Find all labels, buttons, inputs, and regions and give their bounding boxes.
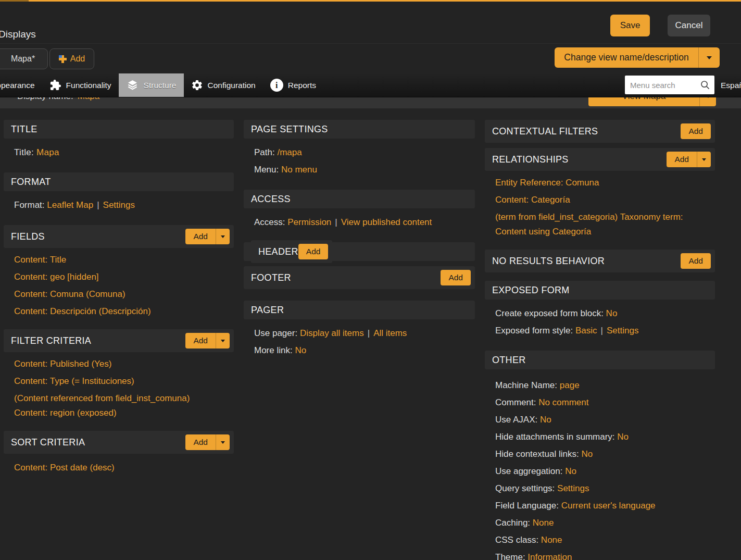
menu-search-input[interactable] (625, 81, 700, 90)
add-button-header[interactable]: Add (298, 244, 329, 259)
setting-link[interactable]: No (295, 345, 306, 355)
add-button-no-results-behavior[interactable]: Add (681, 253, 711, 269)
setting-link[interactable]: Settings (103, 200, 135, 210)
handler-link[interactable]: (term from field_inst_categoria) Taxonom… (495, 212, 683, 237)
add-display-button[interactable]: Add (49, 48, 94, 69)
add-button-filter-criteria[interactable]: Add (185, 333, 230, 349)
setting-link[interactable]: Leaflet Map (47, 200, 93, 210)
section-header-sort-criteria: SORT CRITERIAAdd (4, 431, 234, 454)
handler-link[interactable]: Content: Post date (desc) (14, 463, 115, 472)
setting-link[interactable]: All items (373, 328, 407, 338)
setting-link[interactable]: No comment (538, 397, 588, 407)
handler-link[interactable]: Content: Published (Yes) (14, 359, 111, 369)
menu-search-box (625, 76, 714, 94)
add-button-fields[interactable]: Add (185, 229, 230, 244)
section-body-sort-criteria: Content: Post date (desc) (4, 454, 234, 480)
setting-link[interactable]: No (617, 432, 629, 442)
add-button-sort-criteria[interactable]: Add (185, 434, 230, 450)
toolbar-tab-configuration[interactable]: Configuration (184, 73, 263, 97)
setting-link[interactable]: Permission (287, 217, 331, 227)
section-header-other: OTHER (485, 351, 715, 369)
section-title: CONTEXTUAL FILTERS (492, 126, 598, 137)
save-button[interactable]: Save (610, 15, 650, 36)
add-button-contextual-filters[interactable]: Add (681, 123, 711, 139)
setting-link[interactable]: Basic (575, 326, 597, 335)
setting-row: Create exposed form block: No (495, 305, 705, 322)
toolbar-tab-label: Structure (144, 81, 177, 90)
add-button-relationships[interactable]: Add (667, 152, 711, 167)
toolbar-tab-functionality[interactable]: Functionality (42, 73, 119, 97)
toolbar-tab-reports[interactable]: iReports (263, 73, 323, 97)
display-tab-mapa[interactable]: Mapa* (0, 48, 48, 69)
add-dropdown-toggle-fields[interactable] (216, 229, 230, 244)
handler-link[interactable]: Content: Title (14, 255, 66, 265)
setting-link[interactable]: Information (528, 552, 572, 560)
setting-link[interactable]: No (565, 466, 576, 476)
section-header-header: HEADERAdd (251, 240, 332, 263)
setting-link[interactable]: No (540, 415, 551, 425)
top-accent-strip (0, 0, 741, 2)
setting-link[interactable]: page (560, 380, 580, 390)
search-icon (700, 80, 710, 90)
section-filter-criteria: FILTER CRITERIAAddContent: Published (Ye… (4, 329, 234, 426)
setting-link[interactable]: No (581, 449, 593, 459)
handler-link[interactable]: Content: Descripción (Descripción) (14, 306, 151, 316)
setting-link[interactable]: No menu (281, 165, 317, 175)
info-icon: i (270, 79, 283, 92)
section-no-results-behavior: NO RESULTS BEHAVIORAdd (485, 250, 715, 272)
section-body-access: Access: Permission|View published conten… (244, 208, 475, 237)
handler-link[interactable]: Content: Comuna (Comuna) (14, 289, 125, 299)
setting-link[interactable]: Settings (557, 483, 589, 493)
handler-row: Content: Categoría (495, 191, 705, 208)
setting-label: Title: (14, 147, 36, 157)
setting-link[interactable]: None (533, 518, 554, 528)
handler-link[interactable]: Content: geo [hidden] (14, 272, 99, 282)
setting-link[interactable]: View published content (341, 217, 432, 227)
setting-label: CSS class: (495, 535, 541, 545)
section-body-fields: Content: TitleContent: geo [hidden]Conte… (4, 248, 234, 324)
add-dropdown-toggle-filter-criteria[interactable] (216, 333, 230, 349)
setting-link[interactable]: /mapa (277, 147, 302, 157)
chevron-down-icon (221, 441, 225, 444)
setting-row: Use aggregation: No (495, 463, 705, 480)
settings-column-1: PAGE SETTINGSPath: /mapaMenu: No menuACC… (244, 120, 475, 560)
cancel-button[interactable]: Cancel (668, 15, 710, 36)
section-header-page-settings: PAGE SETTINGS (244, 120, 475, 139)
section-title: FIELDS (11, 231, 45, 242)
language-switcher[interactable]: Español (721, 73, 741, 97)
toolbar-tab-label: Appearance (0, 81, 35, 90)
chevron-down-icon (702, 158, 706, 161)
setting-link[interactable]: Settings (607, 326, 638, 335)
handler-row: Content: Post date (desc) (14, 459, 223, 476)
setting-link[interactable]: No (606, 308, 618, 318)
section-access: ACCESSAccess: Permission|View published … (244, 190, 475, 237)
setting-link[interactable]: Display all items (300, 328, 364, 338)
setting-link[interactable]: Mapa (36, 147, 59, 157)
setting-link[interactable]: Current user's language (561, 501, 656, 511)
toolbar-tab-label: Functionality (66, 81, 111, 90)
section-header-no-results-behavior: NO RESULTS BEHAVIORAdd (485, 250, 715, 272)
add-button-footer[interactable]: Add (441, 270, 471, 285)
section-sort-criteria: SORT CRITERIAAddContent: Post date (desc… (4, 431, 234, 480)
add-button-label: Add (441, 273, 471, 282)
section-header-contextual-filters: CONTEXTUAL FILTERSAdd (485, 120, 715, 143)
section-header-access: ACCESS (244, 190, 475, 208)
handler-link[interactable]: Entity Reference: Comuna (495, 178, 599, 188)
setting-link[interactable]: None (541, 535, 562, 545)
settings-column-2: CONTEXTUAL FILTERSAddRELATIONSHIPSAddEnt… (485, 120, 715, 560)
add-dropdown-toggle-sort-criteria[interactable] (216, 434, 230, 450)
handler-link[interactable]: Content: Type (= Instituciones) (14, 376, 134, 386)
add-dropdown-toggle-relationships[interactable] (697, 152, 711, 167)
section-body-exposed-form: Create exposed form block: NoExposed for… (485, 300, 715, 345)
change-view-name-button[interactable]: Change view name/description (555, 47, 720, 68)
setting-row: Use pager: Display all items|All items (254, 325, 464, 342)
toolbar-tab-appearance[interactable]: Appearance (0, 73, 42, 97)
chevron-down-icon (221, 235, 225, 238)
section-title: ACCESS (251, 194, 291, 205)
handler-link[interactable]: (Content referenced from field_inst_comu… (14, 393, 190, 418)
section-footer: FOOTERAdd (244, 266, 475, 289)
toolbar-tab-structure[interactable]: Structure (119, 73, 184, 97)
change-view-dropdown-toggle[interactable] (699, 56, 720, 59)
handler-link[interactable]: Content: Categoría (495, 195, 570, 205)
setting-row: Hide contextual links: No (495, 445, 705, 463)
